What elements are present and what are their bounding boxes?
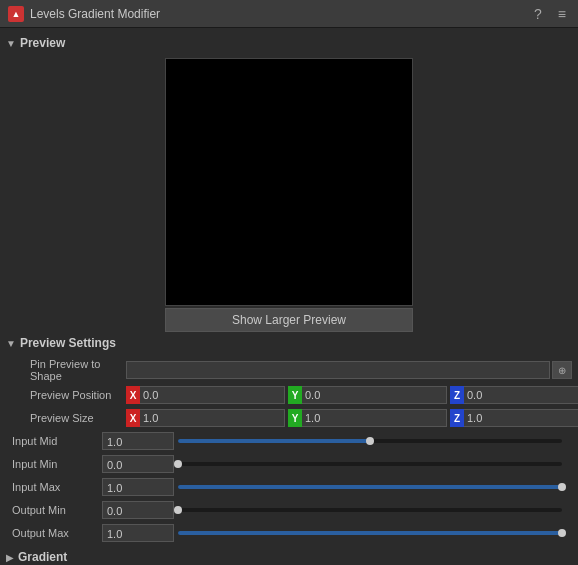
output-max-label: Output Max — [12, 527, 102, 539]
position-z-field: Z — [450, 386, 578, 404]
gradient-label: Gradient — [18, 550, 67, 564]
preview-position-row: Preview Position X Y Z — [16, 385, 572, 405]
size-x-input[interactable] — [140, 409, 285, 427]
gradient-arrow-icon: ▶ — [6, 552, 14, 563]
preview-size-label: Preview Size — [16, 412, 126, 424]
size-y-field: Y — [288, 409, 447, 427]
input-mid-row: Input Mid 1.0 — [12, 431, 566, 451]
output-min-label: Output Min — [12, 504, 102, 516]
preview-settings-content: Pin Preview to Shape ⊕ Preview Position … — [6, 358, 572, 428]
input-mid-label: Input Mid — [12, 435, 102, 447]
preview-position-xyz: X Y Z — [126, 386, 578, 404]
preview-image — [165, 58, 413, 306]
pin-preview-row: Pin Preview to Shape ⊕ — [16, 358, 572, 382]
title-bar: ▲ Levels Gradient Modifier ? ≡ — [0, 0, 578, 28]
input-min-track[interactable] — [174, 455, 566, 473]
y-label: Y — [288, 386, 302, 404]
preview-settings-arrow-icon: ▼ — [6, 338, 16, 349]
input-min-label: Input Min — [12, 458, 102, 470]
size-x-field: X — [126, 409, 285, 427]
size-y-input[interactable] — [302, 409, 447, 427]
input-mid-track[interactable] — [174, 432, 566, 450]
preview-size-row: Preview Size X Y Z — [16, 408, 572, 428]
preview-size-xyz: X Y Z — [126, 409, 578, 427]
position-z-input[interactable] — [464, 386, 578, 404]
output-min-track[interactable] — [174, 501, 566, 519]
position-x-field: X — [126, 386, 285, 404]
output-max-track[interactable] — [174, 524, 566, 542]
preview-settings-label: Preview Settings — [20, 336, 116, 350]
size-x-label: X — [126, 409, 140, 427]
preview-area: Show Larger Preview — [6, 58, 572, 332]
position-y-field: Y — [288, 386, 447, 404]
size-z-input[interactable] — [464, 409, 578, 427]
preview-section-label: Preview — [20, 36, 65, 50]
help-button[interactable]: ? — [530, 4, 546, 24]
input-max-track[interactable] — [174, 478, 566, 496]
output-min-value[interactable]: 0.0 — [102, 501, 174, 519]
menu-button[interactable]: ≡ — [554, 4, 570, 24]
gradient-section: ▶ Gradient — [6, 546, 572, 565]
preview-settings-section: ▼ Preview Settings Pin Preview to Shape … — [6, 332, 572, 428]
size-z-label: Z — [450, 409, 464, 427]
input-min-value[interactable]: 0.0 — [102, 455, 174, 473]
preview-section-header[interactable]: ▼ Preview — [6, 32, 572, 54]
app-icon: ▲ — [8, 6, 24, 22]
x-label: X — [126, 386, 140, 404]
z-label: Z — [450, 386, 464, 404]
pin-icon-button[interactable]: ⊕ — [552, 361, 572, 379]
position-x-input[interactable] — [140, 386, 285, 404]
input-max-row: Input Max 1.0 — [12, 477, 566, 497]
preview-settings-header[interactable]: ▼ Preview Settings — [6, 332, 572, 354]
input-min-row: Input Min 0.0 — [12, 454, 566, 474]
output-max-value[interactable]: 1.0 — [102, 524, 174, 542]
preview-position-label: Preview Position — [16, 389, 126, 401]
output-max-row: Output Max 1.0 — [12, 523, 566, 543]
size-y-label: Y — [288, 409, 302, 427]
pin-preview-input[interactable] — [126, 361, 550, 379]
input-max-label: Input Max — [12, 481, 102, 493]
preview-arrow-icon: ▼ — [6, 38, 16, 49]
pin-preview-label: Pin Preview to Shape — [16, 358, 126, 382]
main-content: ▼ Preview Show Larger Preview ▼ Preview … — [0, 28, 578, 565]
output-min-row: Output Min 0.0 — [12, 500, 566, 520]
position-y-input[interactable] — [302, 386, 447, 404]
sliders-section: Input Mid 1.0 Input Min 0.0 Input Ma — [6, 431, 572, 543]
input-mid-value[interactable]: 1.0 — [102, 432, 174, 450]
window-title: Levels Gradient Modifier — [30, 7, 530, 21]
size-z-field: Z — [450, 409, 578, 427]
input-max-value[interactable]: 1.0 — [102, 478, 174, 496]
gradient-section-header[interactable]: ▶ Gradient — [6, 546, 572, 565]
title-bar-actions: ? ≡ — [530, 4, 570, 24]
show-larger-preview-button[interactable]: Show Larger Preview — [165, 308, 413, 332]
